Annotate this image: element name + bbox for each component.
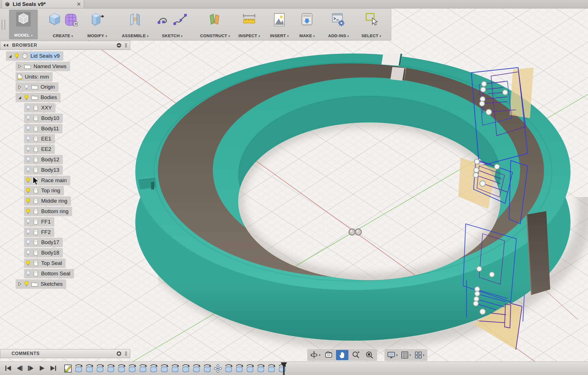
step-forward-button[interactable] [27,364,34,372]
timeline-revolve-icon[interactable] [85,363,94,374]
browser-item-label[interactable]: Bottom Seal [41,271,70,277]
toolbar-item-select[interactable]: SELECT ▾ [361,10,381,39]
visibility-bulb-icon[interactable] [26,115,30,121]
visibility-bulb-icon[interactable] [26,105,30,111]
document-tab[interactable]: Lid Seals v9* ✕ [2,0,84,8]
browser-item-label[interactable]: FF1 [41,219,51,225]
toolbar-item-create[interactable]: CREATE ▾ [47,10,78,39]
browser-item-ee2[interactable]: EE2 [24,145,55,154]
go-to-start-button[interactable] [5,364,12,372]
browser-item-label[interactable]: Named Views [34,63,67,70]
orbit-tool-button[interactable]: ▾ [309,350,321,360]
browser-item-named-views[interactable]: Named Views [16,62,70,71]
timeline-sketch-icon[interactable] [64,363,72,374]
visibility-bulb-icon[interactable] [24,84,29,90]
visibility-bulb-icon[interactable] [26,126,30,131]
browser-item-label[interactable]: FF2 [41,229,51,235]
browser-item-label[interactable]: Bottom ring [41,208,68,215]
toolbar-item-sketch[interactable]: SKETCH ▾ [157,10,188,39]
zoom-tool-button[interactable] [350,350,362,360]
browser-item-body13[interactable]: Body13 [24,166,63,175]
fit-tool-button[interactable] [363,350,375,360]
toolbar-item-construct[interactable]: CONSTRUCT ▾ [200,10,230,39]
visibility-bulb-icon[interactable] [26,188,30,194]
browser-item-label[interactable]: Body18 [41,250,59,256]
browser-item-label[interactable]: Body11 [41,126,59,132]
browser-item-label[interactable]: Top ring [41,188,60,194]
visibility-bulb-icon[interactable] [26,271,30,276]
browser-item-bodies[interactable]: Bodies [16,93,60,102]
browser-item-body17[interactable]: Body17 [24,238,63,247]
timeline-revolve-icon[interactable] [267,363,276,374]
timeline-revolve-icon[interactable] [117,363,126,374]
browser-item-ff2[interactable]: FF2 [24,228,54,237]
go-to-end-button[interactable] [50,364,57,372]
panel-minimize-icon[interactable] [116,43,121,48]
browser-item-xxy[interactable]: XXY [24,103,55,112]
visibility-bulb-icon[interactable] [26,157,30,163]
browser-item-label[interactable]: EE1 [41,136,51,142]
timeline-revolve-icon[interactable] [74,363,83,374]
timeline-revolve-icon[interactable] [139,363,147,374]
viewport-3d[interactable] [0,0,588,375]
browser-item-race-main[interactable]: Race main [24,176,70,185]
viewports-button[interactable]: ▾ [413,350,426,360]
display-settings-button[interactable]: ▾ [386,350,399,360]
browser-item-ff1[interactable]: FF1 [24,217,54,226]
visibility-bulb-icon[interactable] [26,229,30,235]
browser-item-label[interactable]: Bodies [41,94,57,101]
browser-item-label[interactable]: XXY [41,105,52,111]
collapse-panel-icon[interactable] [3,43,9,47]
workspace-switcher-model[interactable]: MODEL ▾ [9,10,38,39]
visibility-bulb-icon[interactable] [24,281,29,287]
browser-item-top-seal[interactable]: Top Seal [24,259,65,268]
expand-icon[interactable] [17,85,22,89]
visibility-bulb-icon[interactable] [26,198,30,204]
toolbar-item-assemble[interactable]: ASSEMBLE ▾ [122,10,149,39]
step-back-button[interactable] [16,364,23,372]
browser-item-origin[interactable]: Origin [16,82,58,91]
play-button[interactable] [38,364,46,372]
browser-item-units-mm[interactable]: Units: mm [16,72,52,81]
toolbar-item-modify[interactable]: MODIFY ▾ [87,10,107,39]
timeline-revolve-icon[interactable] [203,363,211,374]
visibility-bulb-icon[interactable] [26,146,30,152]
panel-expand-icon[interactable] [116,351,121,356]
browser-item-body11[interactable]: Body11 [24,124,62,133]
visibility-bulb-icon[interactable] [24,95,29,101]
browser-item-label[interactable]: Top Seal [41,260,62,266]
browser-item-label[interactable]: Body12 [41,157,59,163]
timeline-revolve-icon[interactable] [160,363,169,374]
pan-tool-button[interactable] [336,350,348,360]
visibility-bulb-icon[interactable] [26,167,30,173]
browser-panel-header[interactable]: BROWSER [0,41,130,50]
toolbar-item-addins[interactable]: ADD-INS ▾ [328,10,349,39]
browser-item-label[interactable]: EE2 [41,146,51,152]
browser-item-label[interactable]: Body17 [41,239,59,245]
timeline-revolve-icon[interactable] [192,363,201,374]
visibility-bulb-icon[interactable] [26,209,30,215]
browser-item-body10[interactable]: Body10 [24,114,63,123]
visibility-bulb-icon[interactable] [26,240,30,245]
timeline-revolve-icon[interactable] [107,363,115,374]
collapse-icon[interactable] [8,54,12,58]
timeline-revolve-icon[interactable] [171,363,179,374]
browser-item-label[interactable]: Body13 [41,167,59,173]
timeline-revolve-icon[interactable] [182,363,190,374]
browser-item-middle-ring[interactable]: Middle ring [24,197,71,206]
browser-item-bottom-ring[interactable]: Bottom ring [24,207,72,216]
look-at-tool-button[interactable] [322,350,335,360]
timeline-revolve-icon[interactable] [224,363,233,374]
visibility-bulb-icon[interactable] [26,250,30,256]
browser-item-ee1[interactable]: EE1 [24,134,55,143]
timeline-position-marker[interactable] [280,362,288,375]
browser-item-label[interactable]: Body10 [41,115,59,121]
browser-item-top-ring[interactable]: Top ring [24,186,64,195]
visibility-bulb-icon[interactable] [26,136,30,142]
toolbar-item-make[interactable]: MAKE ▾ [299,10,315,39]
timeline-revolve-icon[interactable] [149,363,158,374]
browser-item-bottom-seal[interactable]: Bottom Seal [24,269,74,278]
toolbar-item-inspect[interactable]: INSPECT ▾ [238,10,260,39]
browser-item-label[interactable]: Lid Seals v9 [30,53,60,59]
browser-item-label[interactable]: Sketches [41,281,63,287]
